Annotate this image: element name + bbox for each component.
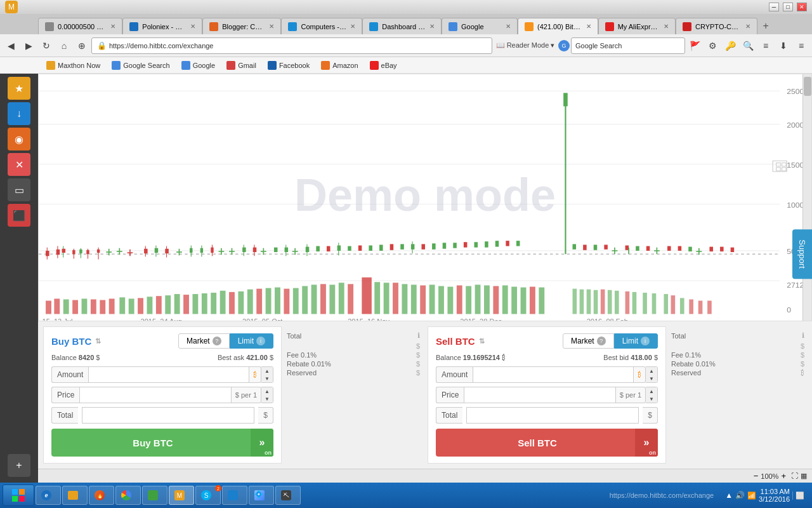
sidebar-star-icon[interactable]: ★ [8, 77, 30, 100]
sell-market-button[interactable]: Market ? [563, 333, 614, 349]
market-help-icon[interactable]: ? [213, 337, 221, 345]
tab-8[interactable]: My AliExpre... ✕ [598, 18, 676, 34]
buy-fee-info-icon[interactable]: ℹ [417, 331, 420, 340]
minimize-button[interactable]: ─ [769, 3, 779, 11]
search-bar[interactable]: Google Search [571, 37, 685, 54]
taskbar-app-green[interactable] [142, 486, 167, 505]
tab-3-title: Blogger: CR... [222, 23, 265, 30]
download-nav-btn[interactable]: ⬇ [775, 37, 792, 54]
tray-show-desktop[interactable]: ⬜ [792, 491, 804, 500]
sidebar-rss-icon[interactable]: ◉ [8, 128, 30, 150]
sidebar-tools-icon[interactable]: ✕ [8, 153, 30, 176]
buy-limit-button[interactable]: Limit i [230, 333, 273, 349]
buy-market-button[interactable]: Market ? [178, 333, 230, 349]
sell-amount-down[interactable]: ▼ [646, 375, 657, 382]
bookmark-amazon[interactable]: Amazon [316, 58, 363, 72]
bookmark-ebay[interactable]: eBay [365, 58, 402, 72]
sidebar-download-icon[interactable]: ↓ [8, 102, 30, 125]
columns-icon[interactable]: ▦ [801, 472, 807, 480]
nav-tool-1[interactable]: 🚩 [686, 37, 703, 54]
tab-4-close[interactable]: ✕ [350, 23, 355, 30]
back-button[interactable]: ◀ [3, 37, 19, 54]
sell-price-down[interactable]: ▼ [646, 395, 657, 403]
bookmark-maxthon[interactable]: Maxthon Now [41, 58, 105, 72]
sell-limit-help-icon[interactable]: i [641, 337, 650, 345]
nav-tool-3[interactable]: 🔑 [722, 37, 738, 54]
sidebar-bookmarks-icon[interactable]: ⬛ [8, 204, 30, 227]
tab-6[interactable]: Google ✕ [442, 18, 518, 34]
taskbar-app-ie[interactable]: e [36, 486, 61, 505]
tab-8-close[interactable]: ✕ [664, 23, 669, 30]
reader-mode-button[interactable]: 📖 Reader Mode ▾ [494, 37, 557, 54]
sidebar-plus-icon[interactable]: + [8, 454, 30, 477]
buy-total-input[interactable] [82, 407, 254, 424]
taskbar-app-firefox[interactable]: 🔥 [89, 486, 114, 505]
tab-2-close[interactable]: ✕ [190, 23, 195, 30]
forward-button[interactable]: ▶ [20, 37, 37, 54]
tab-9[interactable]: CRYPTO-CU... ✕ [676, 18, 757, 34]
buy-price-input[interactable] [79, 387, 231, 403]
tray-icon-1[interactable]: ▲ [725, 491, 733, 500]
sidebar-add-button[interactable]: + [7, 453, 31, 483]
taskbar-app-skype[interactable]: S 2 [195, 486, 221, 505]
sell-market-help-icon[interactable]: ? [597, 337, 606, 345]
chart-scrollbar[interactable] [802, 74, 811, 321]
bookmark-facebook[interactable]: Facebook [263, 58, 315, 72]
sell-amount-input[interactable] [473, 366, 634, 383]
sell-amount-up[interactable]: ▲ [646, 367, 657, 375]
sell-btc-button[interactable]: Sell BTC » on [436, 429, 658, 457]
taskbar-app-chrome[interactable] [115, 486, 141, 505]
address-bar[interactable]: 🔒 https://demo.hitbtc.com/exchange [91, 37, 492, 54]
tray-icon-2[interactable]: 🔊 [735, 491, 745, 500]
sell-price-up[interactable]: ▲ [646, 387, 657, 395]
tab-7-close[interactable]: ✕ [586, 23, 591, 30]
buy-amount-up[interactable]: ▲ [261, 367, 273, 375]
maximize-button[interactable]: □ [783, 3, 793, 11]
new-tab-button[interactable]: + [757, 18, 774, 34]
buy-btc-button[interactable]: Buy BTC » on [51, 429, 273, 457]
menu-button[interactable]: ≡ [793, 37, 809, 54]
buy-amount-down[interactable]: ▼ [261, 375, 273, 382]
tab-7[interactable]: (421.00) Bitc... ✕ [518, 18, 598, 34]
bookmark-google[interactable]: Google [176, 58, 220, 72]
history-button[interactable]: ⊕ [74, 37, 90, 54]
tab-2[interactable]: Poloniex - Bi... ✕ [122, 18, 202, 34]
close-button[interactable]: ✕ [797, 3, 807, 11]
taskbar-app-blue[interactable] [222, 486, 247, 505]
buy-amount-input[interactable] [88, 366, 249, 383]
tab-4[interactable]: Computers - ... ✕ [281, 18, 362, 34]
network-icon[interactable]: 📶 [747, 491, 756, 500]
taskbar-app-diamond[interactable]: 💠 [249, 486, 274, 505]
tab-5[interactable]: Dashboard -... ✕ [362, 18, 442, 34]
start-button[interactable] [3, 485, 34, 506]
tab-1-close[interactable]: ✕ [110, 23, 115, 30]
buy-price-down[interactable]: ▼ [261, 395, 273, 403]
support-button[interactable]: Support [792, 229, 812, 279]
zoom-out-button[interactable]: − [754, 471, 759, 481]
refresh-button[interactable]: ↻ [38, 37, 55, 54]
tab-1[interactable]: 0.00000500 D... ✕ [38, 18, 122, 34]
taskbar-app-mining[interactable]: ⛏ [275, 486, 301, 505]
tab-5-close[interactable]: ✕ [429, 23, 435, 30]
tab-9-close[interactable]: ✕ [745, 23, 750, 30]
sell-total-input[interactable] [466, 407, 639, 424]
limit-help-icon[interactable]: i [256, 337, 265, 345]
tab-6-close[interactable]: ✕ [506, 23, 511, 30]
sell-price-input[interactable] [464, 387, 615, 403]
sell-limit-button[interactable]: Limit i [614, 333, 658, 349]
home-button[interactable]: ⌂ [56, 37, 72, 54]
nav-tool-2[interactable]: ⚙ [704, 37, 721, 54]
buy-price-up[interactable]: ▲ [261, 387, 273, 395]
bookmark-google-search[interactable]: Google Search [107, 58, 174, 72]
taskbar-app-folder[interactable] [62, 486, 88, 505]
fullscreen-icon[interactable]: ⛶ [791, 472, 798, 480]
zoom-in-button[interactable]: + [781, 471, 786, 481]
tab-3[interactable]: Blogger: CR... ✕ [202, 18, 281, 34]
nav-tool-5[interactable]: ≡ [757, 37, 774, 54]
bookmark-gmail[interactable]: Gmail [221, 58, 261, 72]
sell-fee-info-icon[interactable]: ℹ [802, 331, 804, 340]
tab-3-close[interactable]: ✕ [269, 23, 274, 30]
nav-tool-4[interactable]: 🔍 [740, 37, 756, 54]
sidebar-note-icon[interactable]: ▭ [8, 178, 30, 201]
taskbar-app-maxthon[interactable]: M [169, 486, 194, 505]
